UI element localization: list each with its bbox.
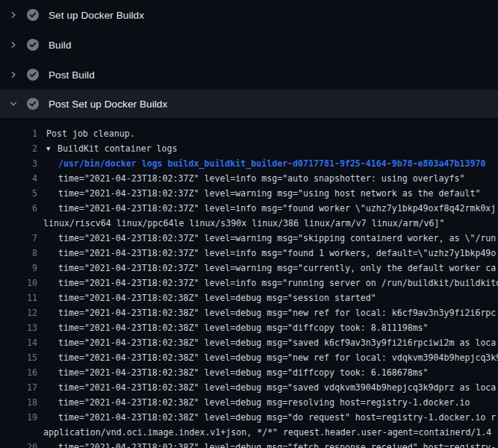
steps-list: Set up Docker Buildx Build Post Build Po…	[0, 0, 498, 118]
log-row: 19time="2021-04-23T18:02:38Z" level=debu…	[0, 410, 498, 425]
log-row: 13time="2021-04-23T18:02:38Z" level=debu…	[0, 320, 498, 335]
line-number[interactable]: 2	[0, 141, 37, 156]
step-header-post-build[interactable]: Post Build	[0, 60, 498, 90]
line-number[interactable]: 12	[0, 305, 37, 320]
line-number[interactable]: 20	[0, 440, 37, 448]
line-number[interactable]: 4	[0, 171, 37, 186]
log-row: 14time="2021-04-23T18:02:38Z" level=debu…	[0, 335, 498, 350]
log-text: time="2021-04-23T18:02:38Z" level=debug …	[58, 410, 496, 425]
log-row: 3/usr/bin/docker logs buildx_buildkit_bu…	[0, 156, 498, 171]
log-row: 7time="2021-04-23T18:02:37Z" level=warni…	[0, 231, 498, 246]
log-text: time="2021-04-23T18:02:38Z" level=debug …	[58, 440, 496, 448]
step-header-post-set-up-docker-buildx[interactable]: Post Set up Docker Buildx	[0, 90, 498, 118]
line-number[interactable]: 19	[0, 410, 37, 425]
log-text: time="2021-04-23T18:02:38Z" level=debug …	[58, 335, 496, 350]
line-number[interactable]: 11	[0, 290, 37, 305]
log-row: 20time="2021-04-23T18:02:38Z" level=debu…	[0, 440, 498, 448]
log-text: application/vnd.oci.image.index.v1+json,…	[43, 425, 491, 440]
log-text: time="2021-04-23T18:02:38Z" level=debug …	[58, 365, 429, 380]
triangle-down-icon[interactable]: ▼	[46, 141, 57, 156]
log-lines: 1Post job cleanup.2▼BuildKit container l…	[0, 118, 498, 448]
log-row: 9time="2021-04-23T18:02:37Z" level=warni…	[0, 261, 498, 276]
log-row: 17time="2021-04-23T18:02:38Z" level=debu…	[0, 380, 498, 395]
log-text: time="2021-04-23T18:02:38Z" level=debug …	[58, 395, 470, 410]
log-row: 16time="2021-04-23T18:02:38Z" level=debu…	[0, 365, 498, 380]
log-row: 2▼BuildKit container logs	[0, 141, 498, 156]
log-text[interactable]: BuildKit container logs	[57, 141, 178, 156]
line-number[interactable]: 13	[0, 320, 37, 335]
step-header-build[interactable]: Build	[0, 30, 498, 60]
log-text: time="2021-04-23T18:02:37Z" level=info m…	[58, 201, 496, 216]
log-row: 6time="2021-04-23T18:02:37Z" level=info …	[0, 201, 498, 216]
line-number[interactable]: 9	[0, 261, 37, 276]
line-number[interactable]: 14	[0, 335, 37, 350]
log-text: linux/riscv64 linux/ppc64le linux/s390x …	[43, 216, 444, 231]
line-number[interactable]: 7	[0, 231, 37, 246]
log-text: time="2021-04-23T18:02:38Z" level=debug …	[58, 305, 496, 320]
log-row: 1Post job cleanup.	[0, 126, 498, 141]
log-text: time="2021-04-23T18:02:37Z" level=info m…	[58, 276, 498, 290]
chevron-right-icon[interactable]	[9, 40, 18, 49]
chevron-right-icon[interactable]	[9, 70, 18, 79]
step-label: Post Build	[49, 69, 95, 81]
chevron-down-icon[interactable]	[9, 99, 18, 108]
line-number[interactable]: 6	[0, 201, 37, 216]
log-row: 12time="2021-04-23T18:02:38Z" level=debu…	[0, 305, 498, 320]
step-label: Set up Docker Buildx	[49, 10, 144, 21]
log-text: time="2021-04-23T18:02:38Z" level=debug …	[58, 350, 498, 365]
line-number[interactable]: 5	[0, 186, 37, 201]
log-command-text: /usr/bin/docker logs buildx_buildkit_bui…	[58, 156, 485, 171]
log-row: 8time="2021-04-23T18:02:37Z" level=info …	[0, 246, 498, 261]
line-number[interactable]: 10	[0, 276, 37, 290]
step-header-set-up-docker-buildx[interactable]: Set up Docker Buildx	[0, 0, 498, 30]
line-number[interactable]: 1	[0, 126, 37, 141]
step-label: Post Set up Docker Buildx	[49, 99, 167, 110]
log-row: 18time="2021-04-23T18:02:38Z" level=debu…	[0, 395, 498, 410]
line-number	[0, 216, 37, 231]
log-row: application/vnd.oci.image.index.v1+json,…	[0, 425, 498, 440]
step-label: Build	[49, 40, 72, 51]
log-row: 10time="2021-04-23T18:02:37Z" level=info…	[0, 276, 498, 290]
log-text: time="2021-04-23T18:02:37Z" level=warnin…	[58, 231, 496, 246]
line-number[interactable]: 18	[0, 395, 37, 410]
chevron-right-icon[interactable]	[9, 10, 18, 19]
log-row: 4time="2021-04-23T18:02:37Z" level=info …	[0, 171, 498, 186]
log-text: time="2021-04-23T18:02:37Z" level=info m…	[58, 246, 496, 261]
log-row: 11time="2021-04-23T18:02:38Z" level=debu…	[0, 290, 498, 305]
log-row: linux/riscv64 linux/ppc64le linux/s390x …	[0, 216, 498, 231]
line-number[interactable]: 8	[0, 246, 37, 261]
log-text: time="2021-04-23T18:02:38Z" level=debug …	[58, 320, 429, 335]
line-number[interactable]: 3	[0, 156, 37, 171]
log-row: 15time="2021-04-23T18:02:38Z" level=debu…	[0, 350, 498, 365]
line-number[interactable]: 16	[0, 365, 37, 380]
log-text: time="2021-04-23T18:02:37Z" level=warnin…	[58, 261, 496, 276]
line-number	[0, 425, 37, 440]
check-circle-icon	[27, 69, 39, 81]
check-circle-icon	[27, 39, 39, 51]
line-number[interactable]: 17	[0, 380, 37, 395]
log-text: time="2021-04-23T18:02:38Z" level=debug …	[58, 290, 376, 305]
log-row: 5time="2021-04-23T18:02:37Z" level=warni…	[0, 186, 498, 201]
log-text: time="2021-04-23T18:02:37Z" level=info m…	[58, 171, 464, 186]
check-circle-icon	[27, 9, 39, 21]
log-text: Post job cleanup.	[46, 126, 135, 141]
log-text: time="2021-04-23T18:02:37Z" level=warnin…	[58, 186, 480, 201]
log-text: time="2021-04-23T18:02:38Z" level=debug …	[58, 380, 496, 395]
line-number[interactable]: 15	[0, 350, 37, 365]
check-circle-icon	[27, 98, 39, 110]
